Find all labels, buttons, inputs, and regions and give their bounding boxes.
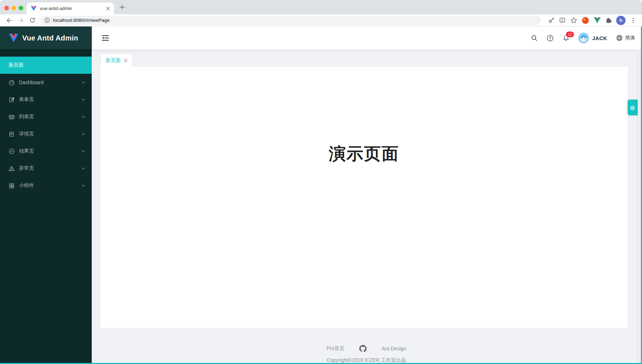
help-icon[interactable]: ? <box>547 34 554 42</box>
new-tab-button[interactable] <box>119 4 125 10</box>
page-tab-active[interactable]: 新页面 <box>100 54 133 67</box>
chevron-down-icon <box>81 166 86 171</box>
search-icon[interactable] <box>531 34 538 42</box>
globe-icon <box>616 34 623 42</box>
footer: Pro首页 Ant Design Copyright©2018 ICZER 工作… <box>92 328 641 363</box>
forward-icon[interactable] <box>15 15 27 25</box>
check-circle-icon <box>9 148 15 154</box>
info-icon[interactable] <box>44 18 50 23</box>
close-window-button[interactable] <box>4 6 9 10</box>
footer-link-pro[interactable]: Pro首页 <box>326 345 344 352</box>
sidebar-item-result-page[interactable]: 结果页 <box>0 143 92 160</box>
bookmark-star-icon[interactable] <box>570 17 577 24</box>
chevron-down-icon <box>81 114 86 119</box>
browser-tabstrip: vue-antd-admin <box>0 0 642 14</box>
browser-tab[interactable]: vue-antd-admin <box>27 3 114 14</box>
menu-fold-icon[interactable] <box>101 34 110 42</box>
table-icon <box>9 114 15 120</box>
admin-app: Vue Antd Admin 新页面 Dashboard <box>0 27 642 364</box>
browser-toolbar: localhost:8080/#/newPage 文 h <box>0 14 642 27</box>
svg-text:文: 文 <box>561 19 564 22</box>
extension-orange-icon[interactable] <box>581 16 589 24</box>
warning-icon <box>9 166 15 172</box>
sidebar-item-exception-page[interactable]: 异常页 <box>0 160 92 177</box>
notification-badge: 12 <box>566 32 574 37</box>
traffic-lights <box>4 6 23 10</box>
demo-page-title: 演示页面 <box>100 67 628 165</box>
vue-logo-icon <box>9 34 19 42</box>
chevron-down-icon <box>81 183 86 188</box>
form-icon <box>9 97 15 103</box>
extensions-puzzle-icon[interactable] <box>605 17 612 24</box>
page-tab-close-icon[interactable] <box>124 59 128 62</box>
profile-icon <box>9 131 15 137</box>
user-menu[interactable]: JACK <box>578 33 607 43</box>
username: JACK <box>592 35 607 41</box>
app-title: Vue Antd Admin <box>22 34 78 42</box>
browser-menu-icon[interactable] <box>630 17 636 24</box>
language-label: 简体 <box>625 35 635 41</box>
translate-icon[interactable]: 文 <box>559 17 566 24</box>
chevron-down-icon <box>81 80 86 85</box>
app-header: ? 12 JACK 简体 <box>92 27 641 49</box>
vue-devtools-icon[interactable] <box>594 17 601 24</box>
page-scrollbar[interactable] <box>636 49 641 363</box>
sidebar-item-list-page[interactable]: 列表页 <box>0 108 92 125</box>
sidebar-item-widgets[interactable]: 小组件 <box>0 177 92 194</box>
copyright: Copyright©2018 ICZER 工作室出品 <box>92 357 641 363</box>
back-icon[interactable] <box>4 15 15 25</box>
settings-drawer-button[interactable] <box>628 100 638 115</box>
browser-window: vue-antd-admin localhost:8080/#/newPage <box>0 0 642 364</box>
browser-tab-title: vue-antd-admin <box>40 6 106 11</box>
app-logo[interactable]: Vue Antd Admin <box>0 27 92 49</box>
github-icon[interactable] <box>359 345 366 352</box>
sidebar: Vue Antd Admin 新页面 Dashboard <box>0 27 92 363</box>
zoom-window-button[interactable] <box>19 6 23 10</box>
sidebar-item-dashboard[interactable]: Dashboard <box>0 74 92 91</box>
notification-bell-icon[interactable]: 12 <box>562 34 570 42</box>
user-avatar <box>578 33 589 43</box>
sidebar-item-detail-page[interactable]: 详情页 <box>0 125 92 143</box>
gear-icon <box>629 104 636 111</box>
appstore-icon <box>9 183 15 189</box>
dashboard-icon <box>9 80 15 86</box>
language-selector[interactable]: 简体 <box>616 34 635 42</box>
chevron-down-icon <box>81 131 86 136</box>
browser-profile-avatar[interactable]: h <box>616 16 626 25</box>
chevron-down-icon <box>81 149 86 154</box>
tab-close-icon[interactable] <box>106 7 110 10</box>
content-card: 演示页面 <box>100 67 628 328</box>
password-key-icon[interactable] <box>548 17 555 24</box>
url-text: localhost:8080/#/newPage <box>53 18 110 23</box>
minimize-window-button[interactable] <box>11 6 16 10</box>
sidebar-menu: 新页面 Dashboard 表单页 <box>0 57 92 194</box>
vue-favicon <box>31 6 37 11</box>
page-tab-label: 新页面 <box>106 57 121 64</box>
svg-text:?: ? <box>549 36 551 40</box>
sidebar-item-new-page[interactable]: 新页面 <box>0 57 92 74</box>
footer-link-antd[interactable]: Ant Design <box>382 346 406 351</box>
page-tabbar: 新页面 <box>92 49 641 67</box>
reload-icon[interactable] <box>27 15 38 25</box>
chevron-down-icon <box>81 97 86 102</box>
address-bar[interactable]: localhost:8080/#/newPage <box>40 16 541 25</box>
sidebar-item-form-page[interactable]: 表单页 <box>0 91 92 108</box>
main-region: 新页面 演示页面 Pro首页 Ant Design Copyright©201 <box>92 49 641 363</box>
